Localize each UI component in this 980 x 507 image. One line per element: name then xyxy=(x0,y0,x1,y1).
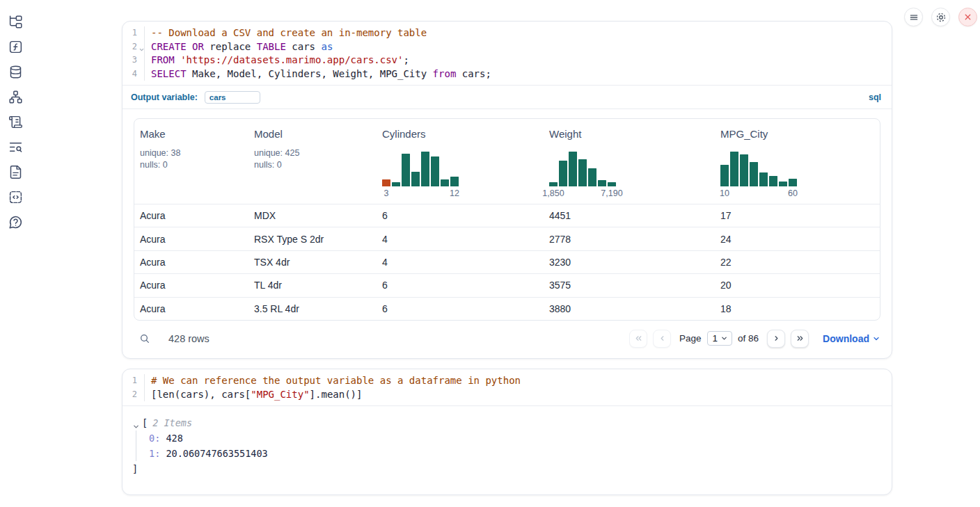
pagination: Page 1 of 86 Download xyxy=(629,330,880,348)
column-title: Weight xyxy=(549,128,709,140)
histogram-bar xyxy=(750,162,758,186)
function-icon[interactable] xyxy=(8,40,23,54)
next-page-button[interactable] xyxy=(767,330,785,348)
sql-cell: 1-- Download a CSV and create an in-memo… xyxy=(122,21,892,359)
column-histogram: 1,8507,190 xyxy=(549,152,709,200)
data-table: Makeunique: 38nulls: 0Modelunique: 425nu… xyxy=(134,118,880,321)
histogram-bar xyxy=(431,156,439,186)
menu-button[interactable] xyxy=(904,8,923,26)
code-text: FROM 'https://datasets.marimo.app/cars.c… xyxy=(144,54,409,67)
table-cell: MDX xyxy=(248,210,377,221)
download-label: Download xyxy=(823,333,869,344)
table-header: Makeunique: 38nulls: 0Modelunique: 425nu… xyxy=(134,119,880,204)
code-line: 1# We can reference the output variable … xyxy=(122,374,892,388)
histogram-bar xyxy=(588,168,596,186)
python-code-editor[interactable]: 1# We can reference the output variable … xyxy=(122,369,892,405)
output-variable-label: Output variable: xyxy=(131,92,198,102)
tree-entry: 0: 428 xyxy=(149,430,880,446)
table-cell: Acura xyxy=(134,303,248,314)
text-search-icon[interactable] xyxy=(8,140,23,154)
histogram-bar xyxy=(382,179,390,186)
table-row: AcuraMDX6445117 xyxy=(134,204,880,227)
line-number: 4 xyxy=(122,67,144,81)
file-tree-icon[interactable] xyxy=(8,15,23,29)
table-cell: 17 xyxy=(715,210,880,221)
code-text: -- Download a CSV and create an in-memor… xyxy=(144,26,427,40)
chevron-down-icon xyxy=(872,335,880,343)
histogram-bar xyxy=(392,182,400,186)
download-button[interactable]: Download xyxy=(823,333,880,344)
table-row: Acura3.5 RL 4dr6388018 xyxy=(134,297,880,320)
search-icon[interactable] xyxy=(139,333,150,344)
histogram-bar xyxy=(789,179,797,186)
document-icon[interactable] xyxy=(8,165,23,179)
histogram-axis-labels: 312 xyxy=(382,188,538,200)
column-header-weight[interactable]: Weight1,8507,190 xyxy=(544,119,715,204)
page-total: of 86 xyxy=(738,333,759,344)
line-number: 1 xyxy=(122,374,144,388)
tree-entry-value: 20.060747663551403 xyxy=(160,448,267,459)
histogram-bar xyxy=(740,154,748,186)
help-circle-icon[interactable] xyxy=(8,215,23,230)
tree-entry: 1: 20.060747663551403 xyxy=(149,446,880,461)
histogram-bar xyxy=(411,172,420,186)
column-header-mpg_city[interactable]: MPG_City1060 xyxy=(715,119,880,204)
histogram-bar xyxy=(608,182,616,186)
chevron-down-icon[interactable] xyxy=(132,419,140,427)
prev-page-button[interactable] xyxy=(653,330,671,348)
table-cell: Acura xyxy=(134,234,248,245)
table-cell: 24 xyxy=(715,234,880,245)
histogram-axis-labels: 1060 xyxy=(720,188,874,200)
scroll-icon[interactable] xyxy=(8,115,23,129)
table-cell: 3575 xyxy=(544,280,715,291)
histogram-bars xyxy=(549,152,709,186)
language-badge[interactable]: sql xyxy=(869,92,883,102)
code-square-icon[interactable] xyxy=(8,190,23,204)
dependency-graph-icon[interactable] xyxy=(8,90,23,104)
column-header-make[interactable]: Makeunique: 38nulls: 0 xyxy=(134,119,248,204)
table-cell: 3230 xyxy=(544,257,715,268)
first-page-button[interactable] xyxy=(629,330,647,348)
column-stats: unique: 38nulls: 0 xyxy=(140,147,243,171)
table-cell: 22 xyxy=(715,257,880,268)
fold-chevron-icon[interactable] xyxy=(139,44,145,50)
shutdown-button[interactable] xyxy=(958,8,977,26)
page-select[interactable]: 1 xyxy=(707,331,733,346)
database-icon[interactable] xyxy=(8,65,23,79)
python-cell: 1# We can reference the output variable … xyxy=(122,369,892,495)
histogram-bar xyxy=(421,152,429,186)
page-label: Page xyxy=(679,333,702,344)
table-cell: 6 xyxy=(377,280,544,291)
table-body: AcuraMDX6445117AcuraRSX Type S 2dr427782… xyxy=(134,204,880,320)
close-bracket: ] xyxy=(132,461,880,476)
table-cell: 4 xyxy=(377,257,544,268)
sql-code-editor[interactable]: 1-- Download a CSV and create an in-memo… xyxy=(122,22,892,85)
column-header-model[interactable]: Modelunique: 425nulls: 0 xyxy=(248,119,377,204)
table-cell: 3880 xyxy=(544,303,715,314)
histogram-bar xyxy=(779,182,787,186)
histogram-bar xyxy=(559,161,567,186)
row-count: 428 rows xyxy=(168,333,210,344)
table-row: AcuraRSX Type S 2dr4277824 xyxy=(134,227,880,250)
table-cell: 4451 xyxy=(544,210,715,221)
histogram-bars xyxy=(720,152,874,186)
histogram-bar xyxy=(402,154,410,186)
table-cell: 2778 xyxy=(544,234,715,245)
histogram-bar xyxy=(720,165,729,186)
output-variable-input[interactable] xyxy=(205,91,260,104)
code-text: # We can reference the output variable a… xyxy=(144,374,521,388)
column-header-cylinders[interactable]: Cylinders312 xyxy=(377,119,544,204)
histogram-bar xyxy=(769,176,777,186)
code-line: 3FROM 'https://datasets.marimo.app/cars.… xyxy=(122,54,892,67)
tree-entry-value: 428 xyxy=(160,433,183,444)
code-line: 1-- Download a CSV and create an in-memo… xyxy=(122,26,892,40)
histogram-bar xyxy=(549,182,558,186)
histogram-bar xyxy=(598,180,606,186)
python-output: [ 2 Items 0: 4281: 20.060747663551403 ] xyxy=(122,406,892,476)
settings-button[interactable] xyxy=(931,8,950,26)
column-histogram: 312 xyxy=(382,152,538,200)
last-page-button[interactable] xyxy=(791,330,809,348)
histogram-bars xyxy=(382,152,538,186)
tree-root-row: [ 2 Items xyxy=(132,415,880,430)
histogram-bar xyxy=(441,179,449,186)
